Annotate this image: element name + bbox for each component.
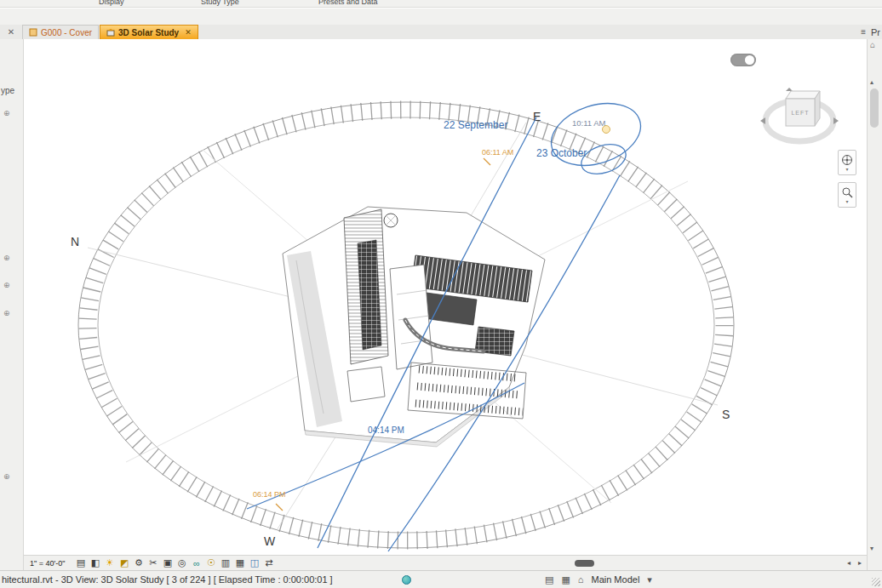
- steering-wheel-button[interactable]: ▾: [838, 150, 856, 175]
- view-scale-button[interactable]: 1" = 40'-0": [27, 557, 67, 568]
- view-control-bar: 1" = 40'-0" ▤ ◧ ☀ ◩ ⚙ ✂ ▣ ◎ ∞ ☉ ▥ ▦ ◫ ⇄ …: [24, 555, 867, 570]
- anchor-icon[interactable]: ⊕: [3, 109, 10, 117]
- close-tab-icon[interactable]: ✕: [185, 28, 192, 37]
- resize-grip[interactable]: [872, 578, 880, 586]
- properties-panel-label: Pr: [871, 27, 880, 37]
- close-icon[interactable]: ✕: [0, 25, 22, 39]
- time-label-1011am[interactable]: 10:11 AM: [572, 118, 606, 128]
- temporary-hide-isolate-button[interactable]: ∞: [189, 558, 203, 568]
- anchor-icon[interactable]: ⊕: [3, 254, 10, 262]
- worksharing-display-icon[interactable]: ▦: [561, 574, 570, 585]
- scroll-right-icon[interactable]: ▸: [856, 559, 864, 567]
- building-model[interactable]: [283, 207, 545, 447]
- right-panel-rail: ⌂ ▴ ▾: [867, 39, 882, 570]
- editable-items-icon[interactable]: ▤: [545, 574, 553, 585]
- analytical-model-button[interactable]: ▦: [232, 557, 247, 568]
- zoom-icon: [841, 186, 853, 198]
- crop-region-button[interactable]: ▣: [160, 557, 175, 568]
- compass-west-label: W: [264, 534, 276, 548]
- reveal-hidden-button[interactable]: ☉: [203, 557, 218, 568]
- revit-window: Display Study Type Presets and Data ✕ G0…: [0, 0, 882, 588]
- view-lock-button[interactable]: ◎: [175, 557, 189, 568]
- shadows-button[interactable]: ◩: [117, 557, 131, 568]
- 3d-view-drawing-area[interactable]: N E S W: [24, 39, 867, 555]
- worksets-icon[interactable]: ⌂: [578, 574, 584, 585]
- date-label-september[interactable]: 22 September: [444, 119, 507, 131]
- ribbon-lower-area: [0, 9, 882, 25]
- toggle-switch[interactable]: [730, 54, 756, 66]
- ribbon-panel-presets: Presets and Data: [318, 0, 378, 6]
- tab-g000-cover[interactable]: G000 - Cover: [22, 25, 99, 39]
- chevron-down-icon: ▾: [845, 167, 848, 172]
- chevron-down-icon: ▾: [845, 199, 848, 204]
- chevron-down-icon[interactable]: ▾: [647, 574, 652, 585]
- low-building[interactable]: [347, 367, 385, 402]
- visual-style-button[interactable]: ◧: [88, 557, 102, 568]
- sync-status-icon[interactable]: [402, 575, 411, 585]
- drawing-canvas[interactable]: N E S W: [24, 39, 867, 570]
- toggle-knob: [745, 55, 754, 65]
- date-label-october[interactable]: 23 October: [536, 147, 587, 159]
- sunrise-tick: [484, 158, 490, 165]
- tab-label: 3D Solar Study: [118, 28, 179, 37]
- temporary-view-properties-button[interactable]: ▥: [218, 557, 232, 568]
- sun-path-button[interactable]: ☀: [102, 557, 117, 568]
- view-tab-bar: ✕ G000 - Cover 3D Solar Study ✕ ≡ Pr: [0, 25, 882, 39]
- time-label-0614pm[interactable]: 06:14 PM: [253, 490, 286, 499]
- viewcube-orbit-icon[interactable]: [786, 88, 793, 91]
- anchor-icon[interactable]: ⊕: [3, 472, 10, 481]
- zoom-button[interactable]: ▾: [838, 182, 856, 208]
- tab-label: G000 - Cover: [41, 28, 92, 37]
- displacement-sets-button[interactable]: ◫: [247, 557, 261, 568]
- compass-south-label: S: [722, 408, 730, 421]
- sunset-tick: [276, 504, 283, 511]
- crop-view-button[interactable]: ✂: [146, 557, 160, 568]
- scroll-up-icon[interactable]: ▴: [870, 78, 873, 86]
- type-selector-label: ype: [1, 86, 14, 95]
- scroll-left-icon[interactable]: ◂: [845, 559, 853, 567]
- viewcube-face-label[interactable]: LEFT: [791, 110, 809, 116]
- horizontal-scrollbar-thumb[interactable]: [575, 560, 594, 567]
- detail-level-button[interactable]: ▤: [73, 557, 88, 568]
- vertical-scrollbar-thumb[interactable]: [870, 88, 879, 128]
- tab-overflow-icon[interactable]: ≡: [861, 27, 866, 37]
- rendering-dialog-button[interactable]: ⚙: [131, 557, 146, 568]
- viewcube-top-face[interactable]: [786, 91, 820, 99]
- ribbon: Display Study Type Presets and Data: [0, 0, 882, 8]
- left-panel-rail: ype ⊕ ⊕ ⊕ ⊕ ⊕: [0, 39, 24, 570]
- compass-north-label: N: [71, 235, 79, 248]
- steering-wheel-icon: [841, 154, 853, 166]
- time-label-0414pm[interactable]: 04:14 PM: [368, 425, 404, 435]
- status-text: hitectural.rvt - 3D View: 3D Solar Study…: [2, 574, 333, 585]
- 3d-view-icon: [106, 28, 115, 37]
- active-workset-label[interactable]: Main Model: [591, 574, 639, 585]
- navigation-bar: ▾ ▾: [838, 150, 856, 208]
- ribbon-panel-study-type: Study Type: [201, 0, 239, 6]
- ribbon-panel-display: Display: [99, 0, 124, 6]
- viewcube[interactable]: LEFT: [760, 80, 839, 146]
- anchor-icon[interactable]: ⊕: [3, 281, 10, 289]
- tab-3d-solar-study[interactable]: 3D Solar Study ✕: [100, 25, 198, 39]
- properties-home-icon[interactable]: ⌂: [870, 40, 875, 49]
- solar-study-drawing[interactable]: N E S W: [24, 39, 867, 555]
- status-bar: hitectural.rvt - 3D View: 3D Solar Study…: [0, 570, 882, 588]
- scroll-down-icon[interactable]: ▾: [870, 545, 873, 552]
- anchor-icon[interactable]: ⊕: [3, 309, 10, 317]
- time-label-0611am[interactable]: 06:11 AM: [482, 148, 513, 157]
- reveal-constraints-button[interactable]: ⇄: [261, 557, 276, 568]
- sheet-icon: [29, 28, 37, 37]
